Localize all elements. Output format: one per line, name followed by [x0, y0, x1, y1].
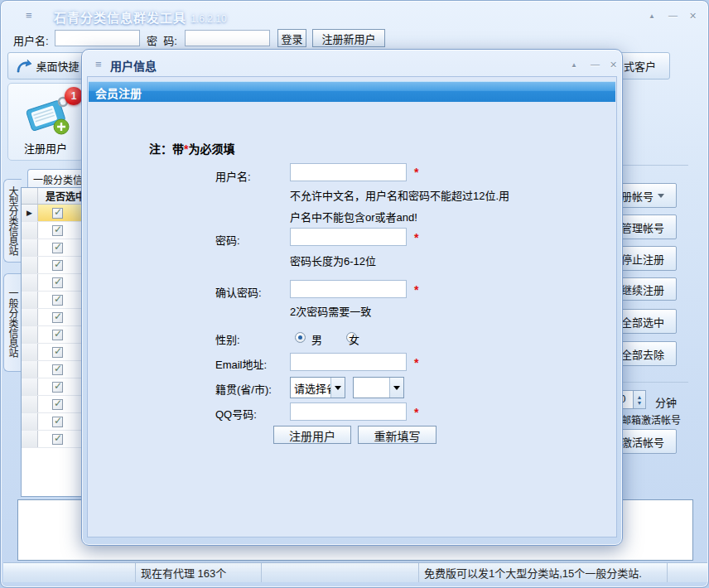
gender-label: 性别: [215, 331, 240, 347]
gender-female-label: 女 [349, 331, 359, 347]
row-checkbox[interactable] [52, 277, 63, 288]
desktop-shortcut-button[interactable]: 桌面快捷 [7, 52, 88, 80]
row-selector-cell[interactable] [22, 274, 38, 291]
chevron-down-icon [393, 386, 400, 390]
row-selector-cell[interactable] [22, 361, 38, 378]
qq-field[interactable] [290, 402, 407, 421]
username-field[interactable] [290, 163, 407, 181]
chevron-down-icon [335, 386, 341, 390]
window-title: 石青分类信息群发工具 1.6.2.10 [54, 8, 227, 26]
notification-badge: 1 [65, 87, 83, 105]
login-button[interactable]: 登录 [277, 29, 306, 47]
manage-account-label: 管理帐号 [621, 219, 664, 235]
email-required-star: * [414, 356, 418, 369]
row-selector-cell[interactable] [22, 222, 38, 239]
tab-general-sites-label: 一般分类信息站 [6, 288, 20, 358]
status-license: 免费版可以发1个大型分类站,15个一般分类站. [419, 563, 668, 582]
register-user-big-button[interactable]: 1 注册用户 [7, 83, 84, 161]
login-username-label: 用户名: [13, 32, 49, 48]
status-bar: 现在有代理 163个 免费版可以发1个大型分类站,15个一般分类站. [3, 562, 707, 582]
password-required-star: * [414, 231, 418, 244]
login-username-input[interactable] [55, 30, 140, 46]
row-selector-cell[interactable] [22, 205, 38, 221]
username-note-line2: 户名中不能包含or或者and! [290, 209, 417, 224]
row-checkbox[interactable] [52, 260, 63, 271]
confirm-required-star: * [414, 283, 418, 296]
spinner-arrows-icon[interactable]: ▲▼ [633, 391, 645, 408]
row-selector-cell[interactable] [22, 309, 38, 325]
row-selector-cell[interactable] [22, 257, 38, 273]
row-checkbox[interactable] [52, 382, 63, 393]
row-checkbox[interactable] [52, 225, 63, 236]
status-cell-3 [262, 563, 419, 582]
tab-large-sites[interactable]: 大型分类信息站 [3, 179, 22, 263]
register-new-user-button[interactable]: 注册新用户 [312, 29, 385, 47]
row-selector-cell[interactable] [22, 292, 38, 308]
select-all-label: 全部选中 [621, 314, 664, 330]
minimize-icon[interactable]: — [668, 10, 678, 20]
tab-general-sites[interactable]: 一般分类信息站 [3, 273, 22, 372]
row-selector-cell[interactable] [22, 344, 38, 360]
stop-register-label: 停止注册 [621, 251, 664, 267]
grid-corner-cell[interactable] [22, 188, 38, 204]
window-version: 1.6.2.10 [191, 13, 226, 25]
qq-label: QQ号码: [215, 406, 257, 422]
email-field[interactable] [290, 353, 407, 371]
status-cell-5 [668, 563, 707, 582]
password-field[interactable] [290, 228, 407, 246]
client-mode-label: 式客户 [624, 58, 656, 74]
member-register-header: 会员注册 [89, 81, 615, 102]
dialog-collapse-icon[interactable]: ▲ [571, 60, 577, 70]
row-selector-cell[interactable] [22, 413, 38, 430]
resume-register-label: 继续注册 [621, 282, 664, 297]
province-dropdown[interactable]: 请选择省 [290, 377, 345, 398]
dialog-close-icon[interactable]: ✕ [610, 60, 617, 70]
dialog-content: 会员注册 注：带*为必须填 用户名: * 不允许中文名，用户名和密码不能超过12… [87, 76, 617, 537]
close-icon[interactable]: ✕ [689, 11, 697, 21]
dropdown-caret-icon[interactable] [658, 194, 664, 198]
collapse-icon[interactable]: ▲ [649, 12, 655, 22]
right-panel-divider-top [618, 165, 688, 166]
email-label: Email地址: [215, 356, 267, 372]
qq-required-star: * [414, 406, 418, 419]
row-checkbox[interactable] [52, 364, 63, 375]
login-password-label: 密 码: [147, 32, 177, 48]
row-checkbox[interactable] [52, 347, 63, 358]
row-selector-cell[interactable] [22, 378, 38, 395]
gender-male-radio[interactable] [295, 332, 306, 343]
city-dropdown-button[interactable] [389, 378, 403, 398]
confirm-password-field[interactable] [290, 280, 407, 298]
row-checkbox[interactable] [52, 434, 63, 445]
required-note-suffix: 为必须填 [188, 142, 234, 156]
row-selector-cell[interactable] [22, 431, 38, 447]
province-dropdown-button[interactable] [330, 378, 345, 398]
login-password-input[interactable] [185, 30, 270, 46]
region-label: 籍贯(省/市): [215, 381, 272, 397]
row-selector-cell[interactable] [22, 396, 38, 412]
reset-form-button[interactable]: 重新填写 [358, 426, 436, 444]
city-dropdown[interactable] [353, 377, 404, 398]
required-note-prefix: 注：带 [149, 142, 184, 156]
row-checkbox[interactable] [52, 399, 63, 410]
dialog-title: 用户信息 [110, 57, 157, 74]
row-selector-cell[interactable] [22, 326, 38, 343]
row-checkbox[interactable] [52, 417, 63, 427]
username-note-line1: 不允许中文名，用户名和密码不能超过12位.用 [290, 187, 509, 203]
row-checkbox[interactable] [52, 330, 63, 340]
row-selector-cell[interactable] [22, 239, 38, 256]
row-checkbox[interactable] [52, 208, 63, 219]
row-checkbox[interactable] [52, 295, 63, 306]
main-titlebar: ≡ 石青分类信息群发工具 1.6.2.10 ▲ — ✕ [1, 1, 708, 26]
main-window: ≡ 石青分类信息群发工具 1.6.2.10 ▲ — ✕ 用户名: 密 码: 登录… [0, 0, 709, 588]
row-checkbox[interactable] [52, 312, 63, 323]
submit-register-button[interactable]: 注册用户 [273, 426, 351, 444]
desktop-shortcut-label: 桌面快捷 [36, 58, 79, 74]
dialog-minimize-icon[interactable]: — [591, 59, 600, 69]
user-info-dialog: ≡ 用户信息 ▲ — ✕ 会员注册 注：带*为必须填 用户名: * 不允许中文名… [81, 49, 623, 546]
dialog-menu-icon[interactable]: ≡ [95, 58, 102, 70]
row-checkbox[interactable] [52, 243, 63, 253]
window-menu-icon[interactable]: ≡ [26, 9, 32, 22]
password-label: 密码: [215, 232, 240, 248]
confirm-note: 2次密码需要一致 [290, 303, 371, 319]
status-cell-1 [3, 563, 136, 582]
